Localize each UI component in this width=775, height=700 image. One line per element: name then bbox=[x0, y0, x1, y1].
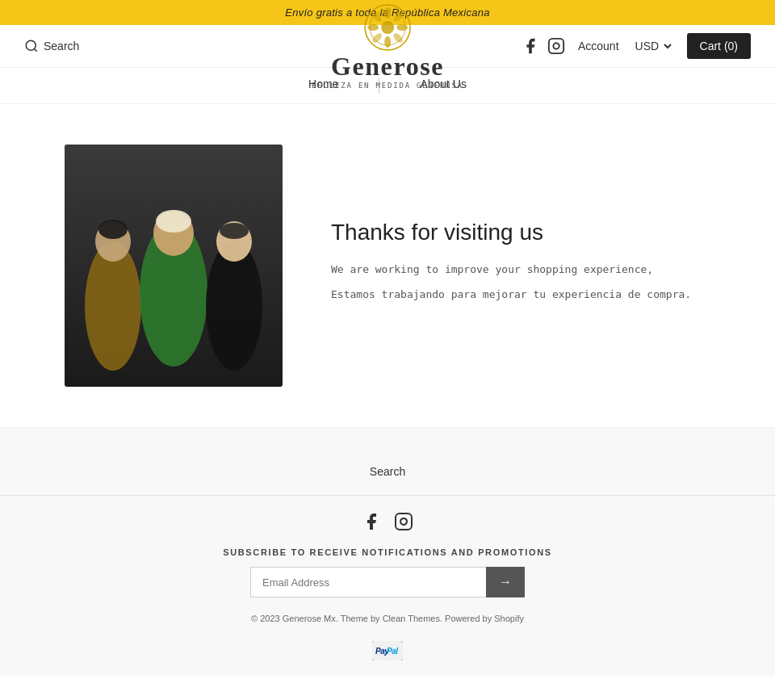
header-left: Search bbox=[24, 39, 170, 53]
svg-point-4 bbox=[384, 7, 391, 19]
svg-point-8 bbox=[371, 10, 383, 23]
paypal-icon: Pay Pal bbox=[372, 641, 403, 660]
svg-line-1 bbox=[34, 48, 36, 51]
svg-rect-26 bbox=[396, 513, 412, 530]
about-desc-en: We are working to improve your shopping … bbox=[331, 262, 710, 279]
svg-point-5 bbox=[384, 36, 391, 48]
search-label: Search bbox=[44, 40, 79, 52]
subscribe-form: → bbox=[250, 567, 525, 597]
about-image bbox=[65, 145, 283, 387]
svg-text:Pal: Pal bbox=[387, 647, 398, 656]
about-title: Thanks for visiting us bbox=[331, 220, 710, 245]
search-button[interactable]: Search bbox=[24, 39, 79, 53]
footer-search-link[interactable]: Search bbox=[370, 465, 405, 478]
subscribe-button[interactable]: → bbox=[486, 567, 525, 597]
svg-point-23 bbox=[98, 220, 128, 239]
subscribe-label: SUBSCRIBE TO RECEIVE NOTIFICATIONS AND P… bbox=[0, 547, 775, 557]
currency-select[interactable]: USD MXN bbox=[632, 39, 674, 53]
svg-point-11 bbox=[392, 31, 404, 44]
footer-search-section: Search bbox=[0, 452, 775, 496]
svg-rect-13 bbox=[549, 39, 563, 53]
svg-point-25 bbox=[220, 223, 249, 239]
email-input[interactable] bbox=[250, 567, 486, 597]
logo-area: Generose BELLEZA EN MEDIDA GENEROSA bbox=[312, 3, 463, 90]
footer-copyright: © 2023 Generose Mx. Theme by Clean Theme… bbox=[0, 614, 775, 631]
svg-point-0 bbox=[26, 40, 36, 50]
main-content: Thanks for visiting us We are working to… bbox=[0, 104, 775, 427]
facebook-icon[interactable] bbox=[522, 37, 539, 55]
about-text: Thanks for visiting us We are working to… bbox=[331, 220, 710, 312]
account-link[interactable]: Account bbox=[578, 40, 619, 52]
about-desc-es: Estamos trabajando para mejorar tu exper… bbox=[331, 287, 710, 304]
svg-point-9 bbox=[392, 10, 404, 23]
social-icons bbox=[522, 37, 565, 55]
logo-emblem bbox=[363, 3, 412, 52]
header-right: Account USD MXN Cart (0) bbox=[522, 33, 751, 59]
logo-title: Generose bbox=[331, 52, 444, 82]
instagram-icon[interactable] bbox=[547, 37, 565, 55]
svg-point-12 bbox=[381, 21, 394, 34]
arrow-right-icon: → bbox=[499, 575, 512, 589]
footer-payment-icons: Pay Pal bbox=[0, 641, 775, 660]
subscribe-section: SUBSCRIBE TO RECEIVE NOTIFICATIONS AND P… bbox=[0, 547, 775, 597]
footer-social bbox=[0, 512, 775, 531]
footer-facebook-icon[interactable] bbox=[362, 512, 381, 531]
svg-point-6 bbox=[367, 24, 379, 31]
header: Search Generose BELLEZA EN MEDIDA GENERO… bbox=[0, 25, 775, 68]
svg-point-7 bbox=[396, 24, 408, 31]
logo-subtitle: BELLEZA EN MEDIDA GENEROSA bbox=[312, 82, 463, 90]
svg-point-10 bbox=[371, 31, 383, 44]
search-icon bbox=[24, 39, 39, 53]
footer-instagram-icon[interactable] bbox=[394, 512, 413, 531]
cart-button[interactable]: Cart (0) bbox=[687, 33, 751, 59]
svg-point-24 bbox=[156, 210, 191, 233]
footer: Search SUBSCRIBE TO RECEIVE NOTIFICATION… bbox=[0, 427, 775, 677]
